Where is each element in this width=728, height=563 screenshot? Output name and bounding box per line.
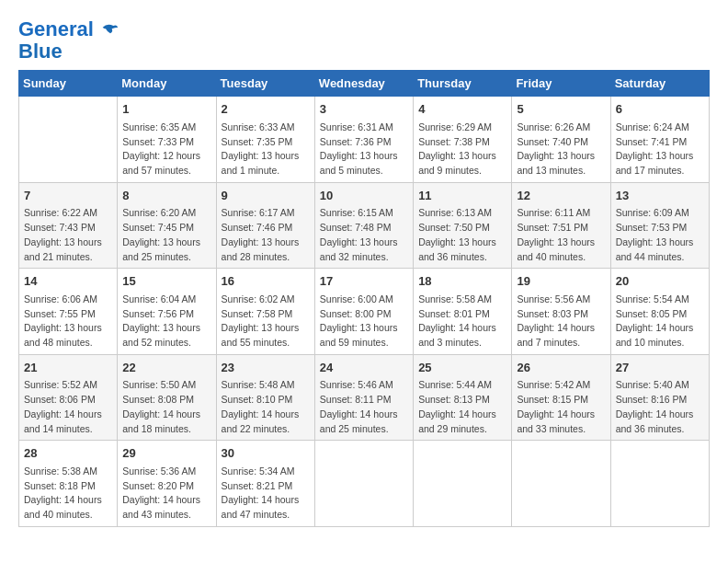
day-info: Sunrise: 6:00 AMSunset: 8:00 PMDaylight:… xyxy=(320,293,408,350)
day-cell xyxy=(512,441,610,527)
day-number: 23 xyxy=(222,359,310,377)
day-number: 8 xyxy=(122,187,210,205)
day-number: 14 xyxy=(24,272,112,291)
week-row-2: 7Sunrise: 6:22 AMSunset: 7:43 PMDaylight… xyxy=(19,182,710,269)
day-info: Sunrise: 5:52 AMSunset: 8:06 PMDaylight:… xyxy=(24,378,112,436)
day-number: 21 xyxy=(24,359,112,377)
day-cell: 8Sunrise: 6:20 AMSunset: 7:45 PMDaylight… xyxy=(118,182,216,269)
day-number: 9 xyxy=(222,187,310,205)
day-number: 19 xyxy=(517,272,605,291)
day-cell: 14Sunrise: 6:06 AMSunset: 7:55 PMDayligh… xyxy=(19,269,118,355)
day-number: 27 xyxy=(616,359,704,377)
day-info: Sunrise: 6:33 AMSunset: 7:35 PMDaylight:… xyxy=(222,121,310,178)
day-number: 10 xyxy=(320,187,408,205)
day-info: Sunrise: 6:24 AMSunset: 7:41 PMDaylight:… xyxy=(616,121,704,178)
day-info: Sunrise: 6:02 AMSunset: 7:58 PMDaylight:… xyxy=(222,293,310,350)
day-number: 11 xyxy=(418,187,506,205)
header: General Blue xyxy=(18,18,710,63)
day-info: Sunrise: 6:04 AMSunset: 7:56 PMDaylight:… xyxy=(122,293,210,350)
day-cell: 20Sunrise: 5:54 AMSunset: 8:05 PMDayligh… xyxy=(610,269,709,355)
day-info: Sunrise: 6:26 AMSunset: 7:40 PMDaylight:… xyxy=(517,121,605,178)
day-cell: 29Sunrise: 5:36 AMSunset: 8:20 PMDayligh… xyxy=(118,441,216,527)
day-cell: 24Sunrise: 5:46 AMSunset: 8:11 PMDayligh… xyxy=(314,354,413,441)
day-number: 6 xyxy=(616,100,704,119)
day-info: Sunrise: 6:22 AMSunset: 7:43 PMDaylight:… xyxy=(24,206,112,264)
day-info: Sunrise: 6:29 AMSunset: 7:38 PMDaylight:… xyxy=(418,121,506,178)
calendar-header: SundayMondayTuesdayWednesdayThursdayFrid… xyxy=(19,71,710,97)
day-cell: 30Sunrise: 5:34 AMSunset: 8:21 PMDayligh… xyxy=(216,441,314,527)
day-cell: 15Sunrise: 6:04 AMSunset: 7:56 PMDayligh… xyxy=(118,269,216,355)
day-number: 26 xyxy=(517,359,605,377)
day-number: 7 xyxy=(24,187,112,205)
day-info: Sunrise: 6:06 AMSunset: 7:55 PMDaylight:… xyxy=(24,293,112,350)
day-number: 15 xyxy=(122,272,210,291)
day-number: 20 xyxy=(616,272,704,291)
day-info: Sunrise: 6:20 AMSunset: 7:45 PMDaylight:… xyxy=(122,206,210,264)
day-number: 5 xyxy=(517,100,605,119)
day-info: Sunrise: 6:11 AMSunset: 7:51 PMDaylight:… xyxy=(517,206,605,264)
day-info: Sunrise: 5:54 AMSunset: 8:05 PMDaylight:… xyxy=(616,293,704,350)
day-number: 3 xyxy=(320,100,408,119)
logo: General Blue xyxy=(18,18,119,63)
day-cell: 12Sunrise: 6:11 AMSunset: 7:51 PMDayligh… xyxy=(512,182,610,269)
day-number: 16 xyxy=(222,272,310,291)
day-cell: 13Sunrise: 6:09 AMSunset: 7:53 PMDayligh… xyxy=(610,182,709,269)
day-info: Sunrise: 5:48 AMSunset: 8:10 PMDaylight:… xyxy=(222,378,310,436)
header-row: SundayMondayTuesdayWednesdayThursdayFrid… xyxy=(19,71,710,97)
calendar-body: 1Sunrise: 6:35 AMSunset: 7:33 PMDaylight… xyxy=(19,97,710,527)
day-number: 17 xyxy=(320,272,408,291)
week-row-3: 14Sunrise: 6:06 AMSunset: 7:55 PMDayligh… xyxy=(19,269,710,355)
header-day-tuesday: Tuesday xyxy=(216,71,314,97)
day-info: Sunrise: 6:13 AMSunset: 7:50 PMDaylight:… xyxy=(418,206,506,264)
day-cell xyxy=(314,441,413,527)
logo-text: General xyxy=(18,18,119,40)
day-info: Sunrise: 5:58 AMSunset: 8:01 PMDaylight:… xyxy=(418,293,506,350)
day-number: 2 xyxy=(222,100,310,119)
day-info: Sunrise: 5:56 AMSunset: 8:03 PMDaylight:… xyxy=(517,293,605,350)
day-info: Sunrise: 6:17 AMSunset: 7:46 PMDaylight:… xyxy=(222,206,310,264)
day-info: Sunrise: 6:35 AMSunset: 7:33 PMDaylight:… xyxy=(122,121,210,178)
week-row-4: 21Sunrise: 5:52 AMSunset: 8:06 PMDayligh… xyxy=(19,354,710,441)
day-cell: 23Sunrise: 5:48 AMSunset: 8:10 PMDayligh… xyxy=(216,354,314,441)
day-cell xyxy=(414,441,512,527)
logo-blue: Blue xyxy=(18,40,119,63)
day-cell: 26Sunrise: 5:42 AMSunset: 8:15 PMDayligh… xyxy=(512,354,610,441)
day-info: Sunrise: 5:38 AMSunset: 8:18 PMDaylight:… xyxy=(24,465,112,523)
header-day-sunday: Sunday xyxy=(19,71,118,97)
header-day-wednesday: Wednesday xyxy=(314,71,413,97)
day-number: 28 xyxy=(24,444,112,463)
day-cell: 27Sunrise: 5:40 AMSunset: 8:16 PMDayligh… xyxy=(610,354,709,441)
day-cell: 11Sunrise: 6:13 AMSunset: 7:50 PMDayligh… xyxy=(414,182,512,269)
day-info: Sunrise: 5:40 AMSunset: 8:16 PMDaylight:… xyxy=(616,378,704,436)
day-info: Sunrise: 6:15 AMSunset: 7:48 PMDaylight:… xyxy=(320,206,408,264)
day-cell: 1Sunrise: 6:35 AMSunset: 7:33 PMDaylight… xyxy=(118,97,216,183)
day-cell: 3Sunrise: 6:31 AMSunset: 7:36 PMDaylight… xyxy=(314,97,413,183)
day-cell: 5Sunrise: 6:26 AMSunset: 7:40 PMDaylight… xyxy=(512,97,610,183)
day-cell: 2Sunrise: 6:33 AMSunset: 7:35 PMDaylight… xyxy=(216,97,314,183)
header-day-monday: Monday xyxy=(118,71,216,97)
day-number: 4 xyxy=(418,100,506,119)
day-number: 30 xyxy=(222,444,310,463)
day-cell xyxy=(19,97,118,183)
header-day-saturday: Saturday xyxy=(610,71,709,97)
day-number: 1 xyxy=(122,100,210,119)
day-info: Sunrise: 5:34 AMSunset: 8:21 PMDaylight:… xyxy=(222,465,310,523)
day-cell xyxy=(610,441,709,527)
day-info: Sunrise: 5:46 AMSunset: 8:11 PMDaylight:… xyxy=(320,378,408,436)
header-day-thursday: Thursday xyxy=(414,71,512,97)
day-info: Sunrise: 6:31 AMSunset: 7:36 PMDaylight:… xyxy=(320,121,408,178)
week-row-5: 28Sunrise: 5:38 AMSunset: 8:18 PMDayligh… xyxy=(19,441,710,527)
day-number: 12 xyxy=(517,187,605,205)
day-number: 25 xyxy=(418,359,506,377)
day-number: 24 xyxy=(320,359,408,377)
day-number: 13 xyxy=(616,187,704,205)
day-info: Sunrise: 5:36 AMSunset: 8:20 PMDaylight:… xyxy=(122,465,210,523)
day-cell: 4Sunrise: 6:29 AMSunset: 7:38 PMDaylight… xyxy=(414,97,512,183)
day-info: Sunrise: 5:50 AMSunset: 8:08 PMDaylight:… xyxy=(122,378,210,436)
logo-general: General xyxy=(18,17,94,40)
day-number: 18 xyxy=(418,272,506,291)
day-cell: 19Sunrise: 5:56 AMSunset: 8:03 PMDayligh… xyxy=(512,269,610,355)
day-info: Sunrise: 5:44 AMSunset: 8:13 PMDaylight:… xyxy=(418,378,506,436)
day-cell: 6Sunrise: 6:24 AMSunset: 7:41 PMDaylight… xyxy=(610,97,709,183)
day-cell: 21Sunrise: 5:52 AMSunset: 8:06 PMDayligh… xyxy=(19,354,118,441)
